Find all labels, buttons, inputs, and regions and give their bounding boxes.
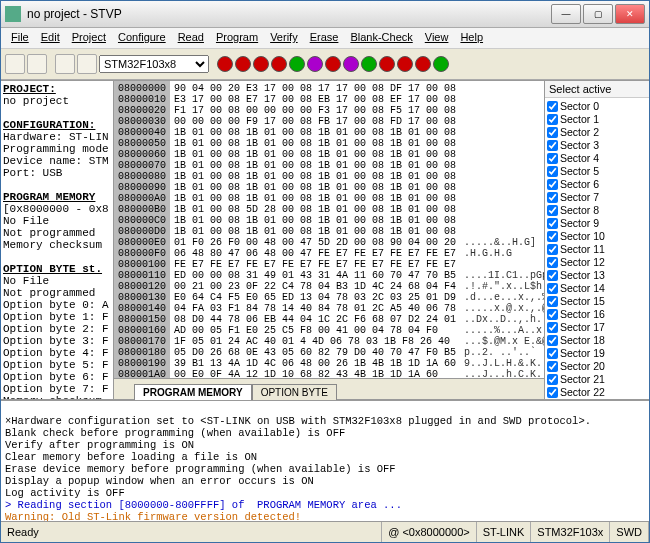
open-icon[interactable] xyxy=(5,54,25,74)
device-select[interactable]: STM32F103x8 xyxy=(99,55,209,73)
menu-configure[interactable]: Configure xyxy=(112,28,172,48)
sector-item[interactable]: Sector 20 xyxy=(547,360,647,373)
sector-checkbox[interactable] xyxy=(547,127,558,138)
sector-item[interactable]: Sector 22 xyxy=(547,386,647,399)
sector-label: Sector 19 xyxy=(560,347,605,360)
sector-checkbox[interactable] xyxy=(547,257,558,268)
menu-verify[interactable]: Verify xyxy=(264,28,304,48)
menu-edit[interactable]: Edit xyxy=(35,28,66,48)
sector-checkbox[interactable] xyxy=(547,218,558,229)
address-column: 08000000 08000010 08000020 08000030 0800… xyxy=(114,81,170,378)
sector-item[interactable]: Sector 6 xyxy=(547,178,647,191)
chip-icon[interactable] xyxy=(325,56,341,72)
sector-checkbox[interactable] xyxy=(547,361,558,372)
maximize-button[interactable]: ▢ xyxy=(583,4,613,24)
sector-checkbox[interactable] xyxy=(547,283,558,294)
chip-icon[interactable] xyxy=(307,56,323,72)
chip-icon[interactable] xyxy=(217,56,233,72)
chip-icon[interactable] xyxy=(433,56,449,72)
sector-item[interactable]: Sector 4 xyxy=(547,152,647,165)
chip-icon[interactable] xyxy=(271,56,287,72)
menu-program[interactable]: Program xyxy=(210,28,264,48)
log-line: Clear memory before loading a file is ON xyxy=(5,451,257,463)
sector-checkbox[interactable] xyxy=(547,335,558,346)
sector-item[interactable]: Sector 2 xyxy=(547,126,647,139)
menu-project[interactable]: Project xyxy=(66,28,112,48)
sector-item[interactable]: Sector 16 xyxy=(547,308,647,321)
sector-panel: Select active Sector 0Sector 1Sector 2Se… xyxy=(544,81,649,399)
sector-item[interactable]: Sector 18 xyxy=(547,334,647,347)
sector-item[interactable]: Sector 13 xyxy=(547,269,647,282)
log-line: Blank check before programming (when ava… xyxy=(5,427,345,439)
sector-label: Sector 20 xyxy=(560,360,605,373)
sector-checkbox[interactable] xyxy=(547,270,558,281)
sector-checkbox[interactable] xyxy=(547,322,558,333)
chip-icon[interactable] xyxy=(379,56,395,72)
sector-item[interactable]: Sector 10 xyxy=(547,230,647,243)
sector-item[interactable]: Sector 14 xyxy=(547,282,647,295)
menu-erase[interactable]: Erase xyxy=(304,28,345,48)
chip-icon[interactable] xyxy=(343,56,359,72)
sector-label: Sector 13 xyxy=(560,269,605,282)
menu-help[interactable]: Help xyxy=(454,28,489,48)
sector-checkbox[interactable] xyxy=(547,244,558,255)
sector-label: Sector 14 xyxy=(560,282,605,295)
chip-icon[interactable] xyxy=(361,56,377,72)
sector-panel-header: Select active xyxy=(545,81,649,98)
sector-checkbox[interactable] xyxy=(547,166,558,177)
sector-label: Sector 21 xyxy=(560,373,605,386)
sector-checkbox[interactable] xyxy=(547,309,558,320)
sector-item[interactable]: Sector 19 xyxy=(547,347,647,360)
sector-label: Sector 3 xyxy=(560,139,599,152)
sector-label: Sector 18 xyxy=(560,334,605,347)
sector-item[interactable]: Sector 1 xyxy=(547,113,647,126)
sector-checkbox[interactable] xyxy=(547,101,558,112)
tbtn-4[interactable] xyxy=(77,54,97,74)
tab-program-memory[interactable]: PROGRAM MEMORY xyxy=(134,384,252,400)
menu-view[interactable]: View xyxy=(419,28,455,48)
sector-checkbox[interactable] xyxy=(547,296,558,307)
sector-item[interactable]: Sector 8 xyxy=(547,204,647,217)
sector-checkbox[interactable] xyxy=(547,140,558,151)
sector-item[interactable]: Sector 7 xyxy=(547,191,647,204)
memory-tabs: PROGRAM MEMORY OPTION BYTE xyxy=(114,378,544,399)
status-ready: Ready xyxy=(1,522,382,542)
sector-checkbox[interactable] xyxy=(547,205,558,216)
sector-checkbox[interactable] xyxy=(547,348,558,359)
sector-item[interactable]: Sector 17 xyxy=(547,321,647,334)
menu-file[interactable]: File xyxy=(5,28,35,48)
sector-item[interactable]: Sector 3 xyxy=(547,139,647,152)
chip-icon[interactable] xyxy=(397,56,413,72)
window-buttons: — ▢ ✕ xyxy=(551,4,645,24)
menu-read[interactable]: Read xyxy=(172,28,210,48)
sector-label: Sector 6 xyxy=(560,178,599,191)
sector-checkbox[interactable] xyxy=(547,114,558,125)
sector-item[interactable]: Sector 11 xyxy=(547,243,647,256)
sector-checkbox[interactable] xyxy=(547,192,558,203)
sector-checkbox[interactable] xyxy=(547,387,558,398)
chip-icon[interactable] xyxy=(415,56,431,72)
sector-item[interactable]: Sector 5 xyxy=(547,165,647,178)
sector-item[interactable]: Sector 12 xyxy=(547,256,647,269)
log-line: Log activity is OFF xyxy=(5,487,125,499)
minimize-button[interactable]: — xyxy=(551,4,581,24)
sector-item[interactable]: Sector 9 xyxy=(547,217,647,230)
sector-label: Sector 10 xyxy=(560,230,605,243)
sector-item[interactable]: Sector 21 xyxy=(547,373,647,386)
chip-icon[interactable] xyxy=(289,56,305,72)
sector-item[interactable]: Sector 0 xyxy=(547,100,647,113)
chip-icon[interactable] xyxy=(253,56,269,72)
chip-icon[interactable] xyxy=(235,56,251,72)
menu-blankcheck[interactable]: Blank-Check xyxy=(344,28,418,48)
sector-checkbox[interactable] xyxy=(547,153,558,164)
tab-option-byte[interactable]: OPTION BYTE xyxy=(252,384,337,400)
tbtn-3[interactable] xyxy=(55,54,75,74)
sector-item[interactable]: Sector 15 xyxy=(547,295,647,308)
sector-checkbox[interactable] xyxy=(547,374,558,385)
hex-column: 90 04 00 20 E3 17 00 08 17 17 00 08 DF 1… xyxy=(170,81,460,378)
sector-checkbox[interactable] xyxy=(547,179,558,190)
sector-checkbox[interactable] xyxy=(547,231,558,242)
save-icon[interactable] xyxy=(27,54,47,74)
close-button[interactable]: ✕ xyxy=(615,4,645,24)
sector-label: Sector 9 xyxy=(560,217,599,230)
